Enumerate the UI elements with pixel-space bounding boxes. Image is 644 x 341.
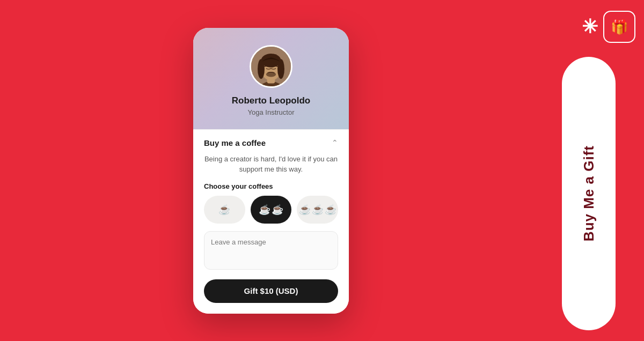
coffee-option-3[interactable]: ☕ ☕ ☕ bbox=[297, 196, 338, 224]
user-name: Roberto Leopoldo bbox=[232, 95, 310, 106]
top-icons: ✳ 🎁 bbox=[582, 11, 635, 43]
cup-icon-3b: ☕ bbox=[312, 204, 324, 216]
coffee-options: ☕ ☕ ☕ ☕ ☕ ☕ bbox=[204, 196, 338, 224]
svg-point-6 bbox=[277, 59, 284, 79]
cup-icon-3c: ☕ bbox=[325, 204, 336, 216]
avatar bbox=[250, 45, 292, 88]
cup-icon-1: ☕ bbox=[218, 204, 230, 216]
asterisk-icon: ✳ bbox=[582, 17, 598, 36]
gift-button[interactable]: Gift $10 (USD) bbox=[204, 279, 338, 303]
cup-icon-3a: ☕ bbox=[299, 204, 311, 216]
choose-label: Choose your coffees bbox=[204, 182, 338, 190]
message-input[interactable] bbox=[204, 231, 338, 270]
coffee-option-1[interactable]: ☕ bbox=[204, 196, 245, 224]
right-panel: ✳ 🎁 Buy Me a Gift bbox=[542, 0, 644, 341]
chevron-up-icon[interactable]: ⌃ bbox=[332, 138, 338, 147]
gift-icon-box[interactable]: 🎁 bbox=[603, 11, 635, 43]
coffee-option-2[interactable]: ☕ ☕ bbox=[251, 196, 292, 224]
section-description: Being a creator is hard, I'd love it if … bbox=[204, 154, 338, 175]
cup-icon-2a: ☕ bbox=[259, 204, 270, 216]
cup-icon-2b: ☕ bbox=[272, 204, 283, 216]
section-header: Buy me a coffee ⌃ bbox=[204, 138, 338, 147]
user-title: Yoga Instructor bbox=[248, 108, 295, 116]
buy-gift-text: Buy Me a Gift bbox=[581, 145, 597, 241]
svg-point-5 bbox=[258, 59, 265, 79]
section-title: Buy me a coffee bbox=[204, 138, 266, 147]
gift-icon: 🎁 bbox=[611, 19, 628, 35]
phone-body: Buy me a coffee ⌃ Being a creator is har… bbox=[193, 129, 349, 314]
buy-gift-pill[interactable]: Buy Me a Gift bbox=[562, 57, 616, 330]
coffee-section: Buy me a coffee ⌃ Being a creator is har… bbox=[193, 129, 349, 314]
main-area: Roberto Leopoldo Yoga Instructor Buy me … bbox=[0, 0, 542, 341]
phone-header: Roberto Leopoldo Yoga Instructor bbox=[193, 28, 349, 129]
phone-card: Roberto Leopoldo Yoga Instructor Buy me … bbox=[193, 28, 349, 314]
